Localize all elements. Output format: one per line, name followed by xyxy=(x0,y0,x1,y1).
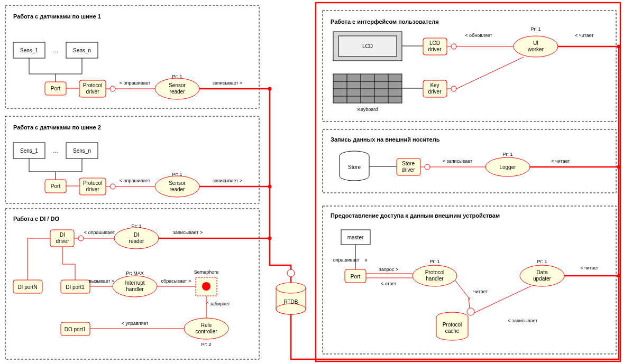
svg-text:updater: updater xyxy=(533,276,552,282)
svg-text:DI portN: DI portN xyxy=(17,284,37,290)
svg-text:Store: Store xyxy=(348,164,361,170)
svg-text:опрашивает: опрашивает xyxy=(333,257,360,263)
svg-text:читает: читает xyxy=(473,289,488,294)
svg-text:RTDB: RTDB xyxy=(283,299,298,305)
svg-text:Keyboard: Keyboard xyxy=(358,107,378,112)
svg-text:LCD: LCD xyxy=(362,43,373,49)
svg-text:< опрашивает: < опрашивает xyxy=(84,230,115,235)
lcd-interface-icon xyxy=(451,44,456,49)
svg-text:записывает >: записывает > xyxy=(173,230,203,235)
svg-point-99 xyxy=(617,45,621,49)
svg-text:Data: Data xyxy=(536,269,548,275)
svg-text:Sensor: Sensor xyxy=(169,82,186,88)
svg-text:Предоставление доступа к данны: Предоставление доступа к данным внешним … xyxy=(331,212,500,219)
svg-text:Protocol: Protocol xyxy=(83,82,103,88)
svg-text:driver: driver xyxy=(428,46,442,52)
svg-text:вызывает >: вызывает > xyxy=(89,278,114,284)
svg-text:Protocol: Protocol xyxy=(425,269,445,275)
rtdb-interface-icon xyxy=(287,269,295,277)
svg-text:DI: DI xyxy=(60,232,65,238)
svg-text:driver: driver xyxy=(86,89,99,95)
svg-text:DI: DI xyxy=(134,232,139,238)
dido-title: Работа с DI / DO xyxy=(13,216,59,222)
svg-text:worker: worker xyxy=(527,46,544,52)
svg-text:Pr: 1: Pr: 1 xyxy=(429,259,439,264)
svg-text:driver: driver xyxy=(86,186,99,192)
svg-text:Pr: 1: Pr: 1 xyxy=(530,26,540,32)
svg-text:Sens_1: Sens_1 xyxy=(20,148,38,154)
svg-text:UI: UI xyxy=(533,40,538,46)
svg-text:< опрашивает: < опрашивает xyxy=(120,80,150,86)
bus1-interface-icon xyxy=(110,86,115,91)
svg-text:handler: handler xyxy=(426,276,444,282)
svg-point-100 xyxy=(617,165,621,169)
svg-point-101 xyxy=(617,274,621,278)
svg-text:< читает: < читает xyxy=(580,265,599,270)
store-interface-icon xyxy=(425,164,430,170)
svg-text:Pr: 1: Pr: 1 xyxy=(537,259,547,264)
bus2-interface-icon xyxy=(110,184,115,189)
svg-text:v: v xyxy=(468,295,471,301)
svg-text:< читает: < читает xyxy=(575,33,593,38)
bus1-title: Работа с датчиками по шине 1 xyxy=(13,13,101,20)
svg-text:записывает >: записывает > xyxy=(213,178,242,183)
keyboard-device xyxy=(333,74,402,103)
svg-text:запрос >: запрос > xyxy=(379,267,398,272)
svg-text:< обновляет: < обновляет xyxy=(465,33,492,38)
access-container xyxy=(323,206,616,354)
svg-text:Pr: 2: Pr: 2 xyxy=(201,342,211,347)
svg-text:Protocol: Protocol xyxy=(443,322,462,328)
key-interface-icon xyxy=(451,86,456,91)
svg-text:Key: Key xyxy=(430,82,439,88)
svg-text:< управляет: < управляет xyxy=(122,321,149,326)
svg-text:Pr: 1: Pr: 1 xyxy=(502,152,512,157)
svg-text:^ забирает: ^ забирает xyxy=(206,301,230,306)
svg-text:Pr: MAX: Pr: MAX xyxy=(126,270,144,276)
svg-text:< опрашивает: < опрашивает xyxy=(120,178,150,183)
svg-text:Logger: Logger xyxy=(499,164,516,170)
svg-text:handler: handler xyxy=(126,286,144,292)
svg-text:Работа с интерфейсом пользоват: Работа с интерфейсом пользователя xyxy=(331,18,439,25)
svg-text:…: … xyxy=(53,148,58,154)
svg-text:Port: Port xyxy=(51,86,61,91)
svg-text:driver: driver xyxy=(56,238,69,244)
svg-text:Port: Port xyxy=(51,183,61,189)
svg-text:v: v xyxy=(365,257,368,263)
svg-text:driver: driver xyxy=(428,89,442,95)
svg-text:DI port1: DI port1 xyxy=(66,284,85,290)
svg-text:DO port1: DO port1 xyxy=(65,326,86,332)
svg-text:Sens_n: Sens_n xyxy=(73,148,91,154)
svg-point-104 xyxy=(268,237,272,240)
svg-text:reader: reader xyxy=(170,186,186,192)
semaphore-dot-icon xyxy=(202,282,210,291)
di-driver-interface-icon xyxy=(78,236,84,241)
diagram: Работа с датчиками по шине 1 Sens_1 … Se… xyxy=(0,0,623,364)
svg-text:Interrupt: Interrupt xyxy=(125,280,144,286)
svg-text:Запись данных на внешний носит: Запись данных на внешний носитель xyxy=(331,136,440,143)
svg-text:записывает >: записывает > xyxy=(213,80,242,86)
svg-text:Sens_n: Sens_n xyxy=(73,48,91,53)
svg-point-103 xyxy=(268,185,272,189)
svg-text:< ответ: < ответ xyxy=(381,281,397,286)
svg-text:сбрасывает >: сбрасывает > xyxy=(161,278,191,284)
svg-text:Sensor: Sensor xyxy=(169,180,186,186)
svg-text:< записывает: < записывает xyxy=(508,318,537,323)
svg-text:Protocol: Protocol xyxy=(83,180,103,186)
svg-text:< записывает: < записывает xyxy=(443,158,472,164)
svg-text:Sens_1: Sens_1 xyxy=(20,48,38,53)
ui-container xyxy=(323,11,616,122)
rtdb xyxy=(276,283,306,314)
svg-text:Store: Store xyxy=(402,161,415,166)
svg-text:reader: reader xyxy=(129,238,145,244)
svg-point-102 xyxy=(268,87,272,91)
svg-text:Port: Port xyxy=(351,274,361,279)
svg-text:< читает: < читает xyxy=(551,158,570,164)
svg-text:master: master xyxy=(347,235,364,240)
svg-text:cache: cache xyxy=(445,328,460,334)
svg-text:reader: reader xyxy=(170,89,186,95)
cache-interface-icon xyxy=(467,308,474,315)
svg-text:Semaphore: Semaphore xyxy=(194,269,219,275)
svg-text:driver: driver xyxy=(401,167,415,173)
bus2-title: Работа с датчиками по шине 2 xyxy=(13,124,101,130)
svg-text:LCD: LCD xyxy=(429,40,440,46)
